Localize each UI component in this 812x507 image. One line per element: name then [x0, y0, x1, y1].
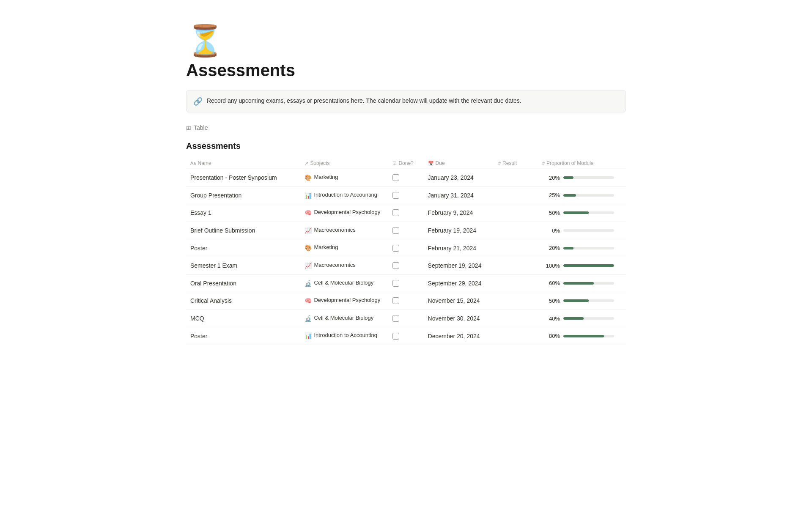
- subject-text: Marketing: [314, 244, 338, 251]
- progress-bar-bg: [563, 264, 614, 267]
- result-cell: [494, 186, 538, 204]
- view-toggle-label: Table: [194, 124, 208, 131]
- table-body: Presentation - Poster Synposium🎨Marketin…: [186, 169, 626, 345]
- result-cell: [494, 257, 538, 274]
- due-cell: September 29, 2024: [424, 274, 494, 292]
- subject-emoji: 🎨: [304, 174, 312, 182]
- due-cell: February 21, 2024: [424, 239, 494, 257]
- proportion-label: 50%: [542, 298, 560, 304]
- section-title: Assessments: [186, 141, 626, 151]
- progress-bar-fill: [563, 299, 589, 302]
- proportion-label: 40%: [542, 315, 560, 322]
- view-toggle-button[interactable]: ⊞ Table: [186, 123, 626, 133]
- done-checkbox[interactable]: [392, 262, 399, 269]
- proportion-cell: 20%: [538, 239, 626, 257]
- result-cell: [494, 327, 538, 345]
- col-header-result: #Result: [494, 158, 538, 169]
- name-col-icon: Aa: [190, 161, 196, 166]
- table-row: Group Presentation📊Introduction to Accou…: [186, 186, 626, 204]
- done-checkbox[interactable]: [392, 280, 399, 287]
- name-cell: Poster: [186, 239, 300, 257]
- name-cell: Presentation - Poster Synposium: [186, 169, 300, 187]
- table-header-row: AaName ↗Subjects ☑Done? 📅Due #Result #Pr…: [186, 158, 626, 169]
- due-cell: December 20, 2024: [424, 327, 494, 345]
- proportion-cell: 60%: [538, 274, 626, 292]
- proportion-cell: 20%: [538, 169, 626, 187]
- due-col-icon: 📅: [428, 161, 434, 166]
- subject-cell: 🧠Developmental Psychology: [300, 204, 388, 222]
- subject-emoji: 🔬: [304, 280, 312, 288]
- subject-text: Cell & Molecular Biology: [314, 279, 373, 287]
- done-checkbox[interactable]: [392, 209, 399, 216]
- table-icon: ⊞: [186, 124, 191, 131]
- due-cell: September 19, 2024: [424, 257, 494, 274]
- subject-text: Developmental Psychology: [314, 208, 380, 216]
- progress-bar-bg: [563, 194, 614, 197]
- table-row: Oral Presentation🔬Cell & Molecular Biolo…: [186, 274, 626, 292]
- due-cell: November 15, 2024: [424, 292, 494, 310]
- table-row: Poster📊Introduction to AccountingDecembe…: [186, 327, 626, 345]
- done-checkbox[interactable]: [392, 192, 399, 199]
- proportion-label: 80%: [542, 333, 560, 339]
- name-cell: Poster: [186, 327, 300, 345]
- subject-cell: 📈Macroeconomics: [300, 222, 388, 239]
- done-checkbox[interactable]: [392, 297, 399, 304]
- due-cell: January 31, 2024: [424, 186, 494, 204]
- done-cell: [388, 274, 423, 292]
- result-col-icon: #: [498, 161, 501, 166]
- col-header-subjects: ↗Subjects: [300, 158, 388, 169]
- done-checkbox[interactable]: [392, 315, 399, 322]
- result-cell: [494, 274, 538, 292]
- due-cell: January 23, 2024: [424, 169, 494, 187]
- progress-bar-bg: [563, 211, 614, 214]
- done-cell: [388, 257, 423, 274]
- subject-emoji: 🎨: [304, 244, 312, 252]
- done-checkbox[interactable]: [392, 245, 399, 252]
- assessments-table: AaName ↗Subjects ☑Done? 📅Due #Result #Pr…: [186, 158, 626, 345]
- subject-text: Developmental Psychology: [314, 296, 380, 304]
- col-header-proportion: #Proportion of Module: [538, 158, 626, 169]
- subject-text: Introduction to Accounting: [314, 332, 377, 339]
- subjects-col-icon: ↗: [304, 161, 308, 166]
- proportion-label: 100%: [542, 263, 560, 269]
- subject-emoji: 📊: [304, 332, 312, 340]
- subject-cell: 🧠Developmental Psychology: [300, 292, 388, 310]
- proportion-label: 0%: [542, 227, 560, 234]
- proportion-cell: 25%: [538, 186, 626, 204]
- subject-cell: 🔬Cell & Molecular Biology: [300, 274, 388, 292]
- subject-text: Cell & Molecular Biology: [314, 314, 373, 322]
- subject-emoji: 🧠: [304, 297, 312, 305]
- subject-emoji: 📈: [304, 227, 312, 235]
- callout-text: Record any upcoming exams, essays or pre…: [207, 96, 521, 105]
- done-cell: [388, 327, 423, 345]
- due-cell: February 9, 2024: [424, 204, 494, 222]
- subject-text: Introduction to Accounting: [314, 191, 377, 199]
- progress-bar-fill: [563, 317, 584, 320]
- result-cell: [494, 204, 538, 222]
- progress-bar-bg: [563, 176, 614, 179]
- done-checkbox[interactable]: [392, 227, 399, 234]
- progress-bar-bg: [563, 299, 614, 302]
- done-checkbox[interactable]: [392, 174, 399, 181]
- table-row: MCQ🔬Cell & Molecular BiologyNovember 30,…: [186, 310, 626, 327]
- table-row: Critical Analysis🧠Developmental Psycholo…: [186, 292, 626, 310]
- name-cell: MCQ: [186, 310, 300, 327]
- progress-bar-fill: [563, 264, 614, 267]
- result-cell: [494, 310, 538, 327]
- done-cell: [388, 310, 423, 327]
- subject-cell: 📊Introduction to Accounting: [300, 327, 388, 345]
- subject-emoji: 📈: [304, 262, 312, 270]
- progress-bar-fill: [563, 335, 604, 337]
- page-container: ⏳ Assessments 🔗 Record any upcoming exam…: [152, 0, 660, 379]
- progress-bar-fill: [563, 194, 576, 197]
- progress-bar-bg: [563, 282, 614, 285]
- done-cell: [388, 222, 423, 239]
- proportion-label: 20%: [542, 245, 560, 251]
- subject-emoji: 🔬: [304, 315, 312, 323]
- progress-bar-fill: [563, 176, 573, 179]
- progress-bar-bg: [563, 229, 614, 232]
- done-checkbox[interactable]: [392, 333, 399, 340]
- done-cell: [388, 239, 423, 257]
- done-cell: [388, 292, 423, 310]
- proportion-cell: 0%: [538, 222, 626, 239]
